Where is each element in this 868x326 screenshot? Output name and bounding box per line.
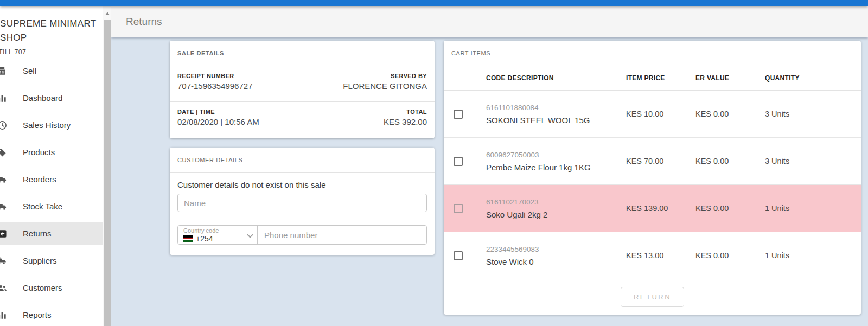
store-name-line1: SUPREME MINIMART — [0, 17, 103, 31]
sidebar-item-reorders[interactable]: Reorders — [0, 168, 103, 191]
country-code-value: +254 — [196, 234, 213, 243]
scrollbar-up-arrow-icon[interactable] — [103, 9, 111, 18]
store-name: SUPREME MINIMART SHOP — [0, 17, 103, 45]
datetime-value: 02/08/2020 | 10:56 AM — [177, 117, 259, 126]
vertical-scrollbar — [103, 6, 111, 326]
row-checkbox[interactable] — [454, 251, 463, 260]
sidebar-nav: Sell Dashboard Sales History Products — [0, 59, 103, 326]
sidebar-item-label: Suppliers — [23, 256, 57, 265]
truck-icon — [0, 174, 9, 185]
receipt-number-value: 707-1596354996727 — [177, 81, 252, 91]
item-er-value: KES 0.00 — [695, 157, 765, 165]
sale-details-card: SALE DETAILS RECEIPT NUMBER 707-15963549… — [170, 41, 435, 138]
total-field: TOTAL KES 392.00 — [384, 108, 427, 138]
sidebar-item-sell[interactable]: Sell — [0, 59, 103, 82]
sidebar-item-label: Customers — [23, 283, 62, 292]
item-er-value: KES 0.00 — [695, 204, 765, 213]
served-by-label: SERVED BY — [343, 73, 427, 79]
sidebar-item-label: Stock Take — [23, 202, 62, 211]
truck-icon — [0, 201, 9, 212]
sidebar-item-label: Products — [23, 148, 55, 157]
receipt-number-label: RECEIPT NUMBER — [177, 73, 252, 79]
total-label: TOTAL — [384, 108, 427, 115]
sidebar-item-label: Returns — [23, 229, 52, 238]
item-price: KES 70.00 — [626, 157, 695, 165]
item-code: 6009627050003 — [486, 151, 626, 159]
sidebar-item-label: Reorders — [23, 175, 56, 184]
sidebar-item-reports[interactable]: Reports — [0, 303, 103, 326]
item-quantity: 1 Units — [765, 251, 861, 260]
column-quantity: QUANTITY — [765, 74, 861, 82]
cart-table-header: CODE DESCRIPTION ITEM PRICE ER VALUE QUA… — [444, 66, 861, 91]
table-row-highlighted: 6161102170023 Soko Ugali 2kg 2 KES 139.0… — [444, 185, 861, 232]
customer-details-title: CUSTOMER DETAILS — [170, 148, 435, 173]
clock-icon — [0, 120, 9, 131]
phone-number-group: Country code +254 — [177, 225, 427, 245]
item-price: KES 10.00 — [626, 110, 695, 118]
total-value: KES 392.00 — [384, 117, 427, 126]
column-code-description: CODE DESCRIPTION — [486, 74, 626, 82]
served-by-value: FLORENCE GITONGA — [343, 81, 427, 91]
item-code: 6161101880084 — [486, 104, 626, 112]
item-quantity: 3 Units — [765, 110, 861, 118]
cart-items-title: CART ITEMS — [444, 41, 861, 66]
table-row: 6161101880084 SOKONI STEEL WOOL 15G KES … — [444, 91, 861, 138]
sidebar-item-suppliers[interactable]: Suppliers — [0, 249, 103, 272]
item-description: Soko Ugali 2kg 2 — [486, 210, 626, 219]
returns-page: SUPREME MINIMART SHOP TILL 707 Sell Dash… — [0, 0, 868, 326]
tag-icon — [0, 147, 9, 158]
cart-items-card: CART ITEMS CODE DESCRIPTION ITEM PRICE E… — [444, 41, 861, 315]
item-code: 6161102170023 — [486, 198, 626, 206]
receipt-icon — [0, 66, 9, 76]
sidebar-item-dashboard[interactable]: Dashboard — [0, 86, 103, 110]
phone-number-input[interactable] — [258, 226, 426, 244]
content-area: SALE DETAILS RECEIPT NUMBER 707-15963549… — [111, 37, 868, 326]
column-er-value: ER VALUE — [695, 74, 765, 82]
sidebar-item-label: Sales History — [23, 120, 71, 130]
store-name-line2: SHOP — [0, 31, 103, 45]
sidebar-item-sales-history[interactable]: Sales History — [0, 113, 103, 137]
item-quantity: 1 Units — [765, 204, 861, 213]
country-code-select[interactable]: Country code +254 — [178, 226, 258, 244]
item-quantity: 3 Units — [765, 157, 861, 165]
till-number: TILL 707 — [0, 48, 103, 56]
bar-chart-icon — [0, 310, 9, 321]
row-checkbox[interactable] — [454, 204, 463, 213]
sidebar-item-returns[interactable]: Returns — [0, 222, 103, 245]
item-description: Stove Wick 0 — [486, 257, 626, 266]
return-box-icon — [0, 228, 9, 239]
kenya-flag-icon — [183, 235, 193, 242]
sale-details-row: RECEIPT NUMBER 707-1596354996727 SERVED … — [170, 66, 435, 102]
item-price: KES 139.00 — [626, 204, 695, 213]
sidebar-item-customers[interactable]: Customers — [0, 276, 103, 299]
customer-details-card: CUSTOMER DETAILS Customer details do not… — [170, 148, 435, 255]
item-code: 2233445569083 — [486, 245, 626, 253]
sidebar-item-label: Sell — [23, 66, 36, 75]
receipt-number-field: RECEIPT NUMBER 707-1596354996727 — [177, 73, 252, 101]
sidebar: SUPREME MINIMART SHOP TILL 707 Sell Dash… — [0, 6, 103, 326]
page-header: Returns — [111, 7, 868, 37]
customer-details-message: Customer details do not exist on this sa… — [177, 180, 427, 189]
sale-details-title: SALE DETAILS — [170, 41, 435, 66]
item-er-value: KES 0.00 — [695, 251, 765, 260]
sale-details-row: DATE | TIME 02/08/2020 | 10:56 AM TOTAL … — [170, 102, 435, 138]
sidebar-item-stock-take[interactable]: Stock Take — [0, 195, 103, 218]
return-button[interactable]: RETURN — [621, 287, 684, 307]
row-checkbox[interactable] — [454, 110, 463, 119]
truck-icon — [0, 255, 9, 266]
row-checkbox[interactable] — [454, 157, 463, 166]
table-row: 6009627050003 Pembe Maize Flour 1kg 1KG … — [444, 138, 861, 185]
sidebar-item-products[interactable]: Products — [0, 140, 103, 164]
table-row: 2233445569083 Stove Wick 0 KES 13.00 KES… — [444, 232, 861, 279]
item-er-value: KES 0.00 — [695, 110, 765, 118]
item-price: KES 13.00 — [626, 251, 695, 260]
datetime-field: DATE | TIME 02/08/2020 | 10:56 AM — [177, 108, 259, 138]
cart-footer: RETURN — [444, 279, 861, 315]
datetime-label: DATE | TIME — [177, 108, 259, 115]
page-title: Returns — [126, 16, 162, 28]
customer-name-input[interactable] — [177, 194, 427, 212]
scrollbar-thumb[interactable] — [104, 20, 111, 326]
top-blue-bar — [0, 0, 868, 6]
item-description: Pembe Maize Flour 1kg 1KG — [486, 163, 626, 172]
sidebar-item-label: Reports — [23, 310, 52, 319]
